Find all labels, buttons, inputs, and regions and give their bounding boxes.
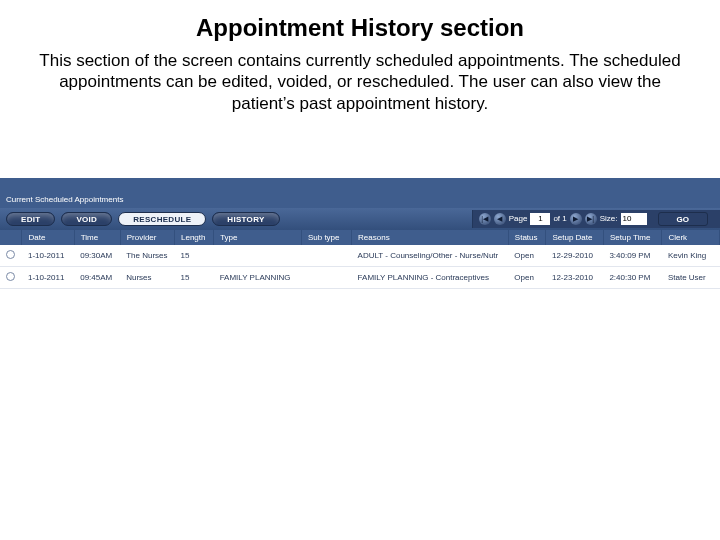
col-date[interactable]: Date [22, 230, 74, 245]
cell-time: 09:45AM [74, 266, 120, 288]
cell-type: FAMILY PLANNING [214, 266, 302, 288]
cell-setup-date: 12-29-2010 [546, 245, 603, 267]
cell-reasons: FAMILY PLANNING - Contraceptives [352, 266, 509, 288]
page-title: Appointment History section [0, 14, 720, 42]
pagination: |◀ ◀ Page of 1 ▶ ▶| Size: GO [472, 210, 720, 228]
first-page-icon[interactable]: |◀ [479, 213, 491, 225]
history-button[interactable]: HISTORY [212, 212, 279, 226]
go-button[interactable]: GO [658, 212, 708, 226]
cell-setup-date: 12-23-2010 [546, 266, 603, 288]
col-reasons[interactable]: Reasons [352, 230, 509, 245]
toolbar: EDIT VOID RESCHEDULE HISTORY |◀ ◀ Page o… [0, 208, 720, 230]
col-setup-time[interactable]: Setup Time [603, 230, 662, 245]
cell-provider: Nurses [120, 266, 174, 288]
col-setup-date[interactable]: Setup Date [546, 230, 603, 245]
page-input[interactable] [530, 213, 550, 225]
cell-length: 15 [175, 266, 214, 288]
cell-type [214, 245, 302, 267]
next-page-icon[interactable]: ▶ [570, 213, 582, 225]
cell-subtype [301, 266, 351, 288]
table-row[interactable]: 1-10-2011 09:45AM Nurses 15 FAMILY PLANN… [0, 266, 720, 288]
col-select [0, 230, 22, 245]
last-page-icon[interactable]: ▶| [585, 213, 597, 225]
cell-time: 09:30AM [74, 245, 120, 267]
cell-setup-time: 2:40:30 PM [603, 266, 662, 288]
cell-reasons: ADULT - Counseling/Other - Nurse/Nutr [352, 245, 509, 267]
cell-date: 1-10-2011 [22, 245, 74, 267]
cell-status: Open [508, 245, 546, 267]
appointments-table: Date Time Provider Length Type Sub type … [0, 230, 720, 289]
col-subtype[interactable]: Sub type [301, 230, 351, 245]
cell-subtype [301, 245, 351, 267]
reschedule-button[interactable]: RESCHEDULE [118, 212, 206, 226]
window-chrome [0, 178, 720, 192]
col-status[interactable]: Status [508, 230, 546, 245]
col-clerk[interactable]: Clerk [662, 230, 720, 245]
cell-clerk: State User [662, 266, 720, 288]
page-size-input[interactable] [621, 213, 647, 225]
col-provider[interactable]: Provider [120, 230, 174, 245]
section-header: Current Scheduled Appointments [0, 192, 720, 208]
page-description: This section of the screen contains curr… [30, 50, 690, 114]
col-type[interactable]: Type [214, 230, 302, 245]
row-select-radio[interactable] [6, 250, 15, 259]
col-length[interactable]: Length [175, 230, 214, 245]
cell-setup-time: 3:40:09 PM [603, 245, 662, 267]
cell-length: 15 [175, 245, 214, 267]
size-label: Size: [600, 214, 618, 223]
cell-date: 1-10-2011 [22, 266, 74, 288]
page-label: Page [509, 214, 528, 223]
cell-clerk: Kevin King [662, 245, 720, 267]
page-of: of 1 [553, 214, 566, 223]
table-row[interactable]: 1-10-2011 09:30AM The Nurses 15 ADULT - … [0, 245, 720, 267]
prev-page-icon[interactable]: ◀ [494, 213, 506, 225]
appointments-panel: Current Scheduled Appointments EDIT VOID… [0, 178, 720, 289]
row-select-radio[interactable] [6, 272, 15, 281]
cell-provider: The Nurses [120, 245, 174, 267]
void-button[interactable]: VOID [61, 212, 112, 226]
cell-status: Open [508, 266, 546, 288]
col-time[interactable]: Time [74, 230, 120, 245]
edit-button[interactable]: EDIT [6, 212, 55, 226]
